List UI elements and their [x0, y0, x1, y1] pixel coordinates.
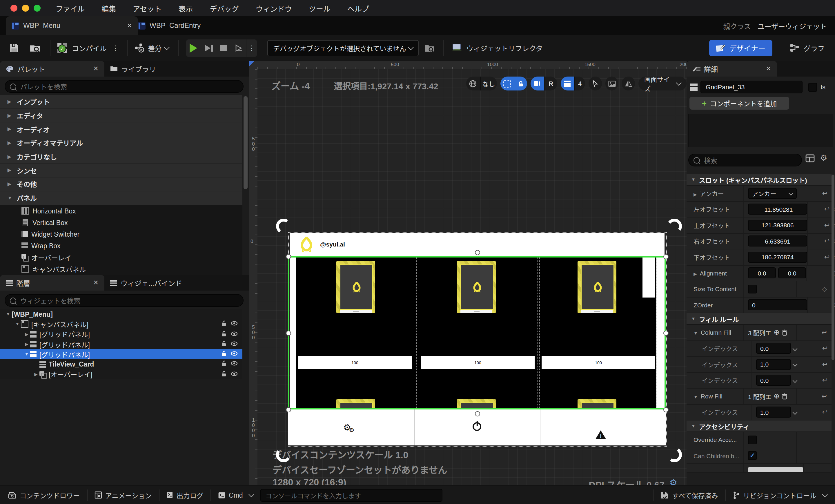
output-log-button[interactable]: 出力ログ	[166, 490, 203, 500]
close-tab-icon[interactable]: ✕	[766, 65, 771, 73]
reset-icon[interactable]: ↩	[822, 190, 828, 197]
tab-library[interactable]: ライブラリ	[104, 61, 191, 77]
widget-reflector-button[interactable]: ウィジェットリフレクタ	[452, 43, 543, 53]
lock-icon[interactable]	[221, 350, 227, 357]
tab-hierarchy[interactable]: 階層 ✕	[0, 275, 104, 290]
frame-skip-button[interactable]	[201, 39, 216, 57]
minimize-traffic-light-icon[interactable]	[22, 5, 29, 12]
add-element-icon[interactable]: ⊕	[774, 392, 780, 401]
palette-category-editor[interactable]: ▶エディタ	[0, 109, 242, 122]
debug-object-dropdown[interactable]: デバッグオブジェクトが選択されていません	[267, 40, 419, 56]
accessible-behavior-dropdown[interactable]	[748, 467, 803, 473]
debug-browse-button[interactable]	[425, 43, 435, 53]
details-search-input[interactable]: 検索	[688, 154, 802, 166]
offset-left-input[interactable]: -11.850281	[748, 204, 807, 215]
rotate-handle[interactable]	[666, 218, 683, 235]
expand-arrow-icon[interactable]: ▶	[33, 372, 39, 377]
reset-icon[interactable]: ↩	[822, 409, 828, 416]
selection-rectangle[interactable]	[288, 256, 666, 409]
tree-row-overlay[interactable]: ▶ [オーバーレイ]	[0, 369, 242, 380]
palette-category-panel[interactable]: ▼パネル	[0, 191, 242, 205]
details-scrollbar[interactable]	[832, 175, 834, 360]
menu-window[interactable]: ウィンドウ	[256, 3, 292, 14]
power-icon[interactable]	[473, 422, 481, 431]
settings-gear-icon[interactable]: ⚙	[820, 153, 827, 162]
expand-arrow-icon[interactable]: ▶	[23, 342, 30, 347]
palette-item-wrap-box[interactable]: Wrap Box	[0, 240, 242, 251]
tree-row-grid-panel-1[interactable]: ▶ [グリッドパネル]	[0, 329, 242, 339]
index-input[interactable]: 0.0	[756, 375, 791, 386]
tab-palette[interactable]: パレット ✕	[0, 61, 104, 77]
palette-item-widget-switcher[interactable]: Widget Switcher	[0, 228, 242, 240]
warning-icon[interactable]: !	[595, 430, 606, 439]
outline-preview-icon[interactable]	[605, 77, 618, 90]
browse-asset-button[interactable]	[29, 43, 41, 53]
tab-widget-bind[interactable]: ウィジェ...バインド	[104, 275, 203, 290]
palette-scrollbar[interactable]	[244, 96, 248, 189]
stop-button[interactable]	[216, 39, 231, 57]
expand-arrow-icon[interactable]: ▶	[23, 331, 30, 337]
graph-mode-button[interactable]: グラフ	[790, 43, 824, 53]
fill-rules-section-header[interactable]: ▼フィル ルール	[687, 313, 832, 325]
grid-snap-size[interactable]: 4	[574, 77, 585, 90]
flipbook-icon[interactable]	[531, 77, 544, 90]
visibility-eye-icon[interactable]	[231, 320, 238, 327]
animation-button[interactable]: アニメーション	[94, 490, 151, 500]
close-tab-icon[interactable]: ✕	[93, 279, 99, 286]
index-input[interactable]: 1.0	[756, 407, 791, 418]
tab-wbp-cardentry[interactable]: WBP_CardEntry	[132, 16, 231, 35]
localization-none-button[interactable]: なし	[480, 77, 497, 90]
lock-icon[interactable]	[221, 330, 227, 337]
play-button[interactable]	[186, 39, 201, 57]
resize-handle[interactable]	[664, 330, 669, 336]
diff-button[interactable]: 差分	[135, 43, 169, 53]
grid-snap-icon[interactable]	[561, 77, 574, 90]
palette-category-uncategorized[interactable]: ▶カテゴリなし	[0, 150, 242, 164]
respect-locks-button[interactable]: R	[544, 77, 557, 90]
compile-options-icon[interactable]: ⋮	[112, 44, 119, 52]
design-canvas[interactable]: ズーム -4 選択項目:1,927.14 x 773.42 なし R	[258, 69, 687, 485]
visibility-eye-icon[interactable]	[231, 360, 238, 367]
can-children-checkbox[interactable]: ✓	[748, 451, 757, 460]
console-command-input[interactable]: コンソールコマンドを入力します	[260, 489, 443, 501]
menu-help[interactable]: ヘルプ	[347, 3, 369, 14]
revision-control-dropdown[interactable]: リビジョンコントロール	[733, 490, 827, 500]
reset-icon[interactable]: ↩	[824, 206, 830, 213]
offset-top-input[interactable]: 121.393806	[748, 220, 807, 231]
close-traffic-light-icon[interactable]	[11, 5, 17, 12]
tree-row-tileview-card[interactable]: TileView_Card	[0, 359, 242, 369]
compile-button[interactable]: ✓ コンパイル ⋮	[57, 43, 119, 53]
palette-item-vertical-box[interactable]: Vertical Box	[0, 217, 242, 228]
lock-icon[interactable]	[221, 370, 227, 377]
menu-file[interactable]: ファイル	[56, 3, 85, 14]
hierarchy-search-input[interactable]: ウィジェットを検索	[5, 294, 244, 307]
resize-handle[interactable]	[664, 407, 669, 412]
override-accessible-checkbox[interactable]	[748, 436, 757, 444]
reset-icon[interactable]: ↩	[822, 392, 827, 400]
widget-name-input[interactable]: GridPanel_33	[700, 81, 802, 93]
menu-debug[interactable]: デバッグ	[210, 3, 239, 14]
lock-icon[interactable]	[221, 360, 227, 367]
reset-icon[interactable]: ↩	[822, 377, 828, 384]
cmd-dropdown[interactable]: Cmd	[218, 491, 253, 499]
offset-right-input[interactable]: 6.633691	[748, 236, 807, 247]
accessibility-section-header[interactable]: ▼アクセシビリティ	[687, 421, 832, 432]
add-element-icon[interactable]: ⊕	[774, 328, 780, 337]
tree-row-canvas-panel[interactable]: ▼ [キャンバスパネル]	[0, 319, 242, 329]
is-variable-checkbox[interactable]	[808, 83, 817, 92]
menu-edit[interactable]: 編集	[101, 3, 116, 14]
visibility-eye-icon[interactable]	[231, 340, 238, 347]
lock-icon[interactable]	[221, 340, 227, 347]
lock-icon[interactable]	[513, 77, 527, 90]
tree-row-grid-panel-3-selected[interactable]: ▼ [グリッドパネル]	[0, 349, 242, 359]
close-tab-icon[interactable]: ✕	[127, 22, 132, 29]
expand-arrow-icon[interactable]: ▼	[14, 322, 21, 327]
menu-asset[interactable]: アセット	[133, 3, 162, 14]
zorder-input[interactable]: 0	[748, 300, 807, 310]
palette-category-synth[interactable]: ▶シンセ	[0, 164, 242, 178]
content-drawer-button[interactable]: コンテンツドロワー	[8, 490, 80, 500]
trash-icon[interactable]	[782, 393, 788, 400]
expand-arrow-icon[interactable]: ▼	[23, 352, 30, 357]
resize-handle[interactable]	[475, 250, 480, 255]
dpi-settings-gear-icon[interactable]: ⚙	[669, 477, 677, 485]
